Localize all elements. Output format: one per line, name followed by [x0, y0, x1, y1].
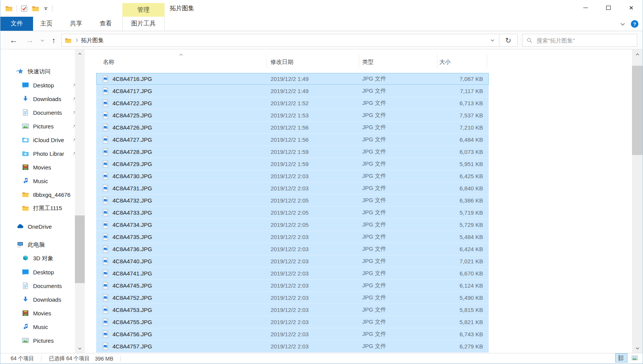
column-divider[interactable]: [266, 54, 266, 68]
file-list-scrollbar[interactable]: [632, 49, 643, 353]
file-row[interactable]: 4C8A4725.JPG2019/12/2 1:53JPG 文件7,537 KB: [96, 109, 489, 122]
main-area: 快速访问DesktopDownloadsDocumentsPicturesiCl…: [0, 49, 643, 353]
file-date-modified: 2019/12/2 2:03: [266, 258, 359, 264]
back-button[interactable]: ←: [7, 31, 20, 49]
sidebar-item-label: Downloads: [33, 96, 61, 102]
file-row[interactable]: 4C8A4756.JPG2019/12/2 2:03JPG 文件6,743 KB: [96, 328, 489, 340]
sidebar-item-desktop[interactable]: Desktop: [0, 78, 75, 92]
sidebar-item-icloud-drive[interactable]: iCloud Drive: [0, 133, 75, 147]
column-header-date-modified[interactable]: 修改日期: [271, 59, 293, 66]
file-row[interactable]: 4C8A4740.JPG2019/12/2 2:03JPG 文件7,021 KB: [96, 255, 489, 267]
recent-locations-chevron-icon[interactable]: [38, 31, 47, 49]
contextual-tab-group-label[interactable]: 管理: [122, 3, 165, 17]
sidebar-item-pictures-2[interactable]: Pictures: [0, 334, 75, 347]
sidebar-scroll-up-icon[interactable]: [75, 49, 85, 59]
column-header-type[interactable]: 类型: [362, 59, 374, 66]
column-divider[interactable]: [359, 54, 359, 68]
file-row[interactable]: 4C8A4728.JPG2019/12/2 1:59JPG 文件6,073 KB: [96, 146, 489, 158]
file-row[interactable]: 4C8A4757.JPG2019/12/2 2:03JPG 文件6,279 KB: [96, 340, 489, 353]
scroll-up-icon[interactable]: [632, 49, 643, 59]
sidebar-item-downloads-2[interactable]: Downloads: [0, 293, 75, 306]
jpg-file-icon: [102, 221, 109, 229]
file-name: 4C8A4731.JPG: [96, 184, 266, 192]
file-row[interactable]: 4C8A4733.JPG2019/12/2 2:05JPG 文件5,719 KB: [96, 207, 489, 219]
sidebar-item-onedrive[interactable]: OneDrive: [0, 220, 75, 233]
sidebar-item-movies-2[interactable]: Movies: [0, 306, 75, 320]
file-type: JPG 文件: [359, 87, 437, 95]
sidebar-item-pictures[interactable]: Pictures: [0, 119, 75, 133]
file-row[interactable]: 4C8A4732.JPG2019/12/2 2:05JPG 文件6,386 KB: [96, 195, 489, 207]
file-row[interactable]: 4C8A4727.JPG2019/12/2 1:56JPG 文件6,484 KB: [96, 134, 489, 146]
file-row[interactable]: 4C8A4735.JPG2019/12/2 2:03JPG 文件5,484 KB: [96, 231, 489, 243]
photo-folder-icon: [22, 150, 29, 157]
help-button[interactable]: ?: [631, 20, 638, 28]
column-divider[interactable]: [437, 54, 437, 68]
breadcrumb-chevron-icon[interactable]: [74, 38, 79, 43]
maximize-button[interactable]: [597, 0, 620, 15]
folder-icon: [22, 204, 29, 212]
minimize-button[interactable]: [574, 0, 597, 15]
file-type: JPG 文件: [359, 136, 437, 143]
file-name: 4C8A4736.JPG: [96, 245, 266, 253]
sidebar-item-music-2[interactable]: Music: [0, 320, 75, 334]
sidebar-item-music[interactable]: Music: [0, 174, 75, 188]
sidebar-item-tlbbxgq-44676[interactable]: tlbbxgq_44676: [0, 188, 75, 201]
sidebar-item-downloads[interactable]: Downloads: [0, 92, 75, 106]
file-row[interactable]: 4C8A4752.JPG2019/12/2 2:03JPG 文件5,490 KB: [96, 292, 489, 304]
sidebar-item-documents-2[interactable]: Documents: [0, 279, 75, 293]
items-count: 64 个项目: [11, 355, 34, 362]
address-bar[interactable]: 拓片图集: [62, 34, 499, 47]
sidebar-item-movies[interactable]: Movies: [0, 160, 75, 174]
tab-file[interactable]: 文件: [0, 17, 33, 31]
sidebar-item-documents[interactable]: Documents: [0, 106, 75, 119]
scrollbar-thumb[interactable]: [632, 66, 643, 155]
properties-check-icon[interactable]: [20, 5, 28, 13]
tab-view[interactable]: 查看: [91, 17, 120, 31]
file-row[interactable]: 4C8A4736.JPG2019/12/2 2:03JPG 文件6,424 KB: [96, 243, 489, 255]
new-folder-icon[interactable]: [32, 5, 40, 13]
close-button[interactable]: ✕: [620, 0, 643, 15]
file-row[interactable]: 4C8A4745.JPG2019/12/2 2:03JPG 文件6,124 KB: [96, 280, 489, 292]
file-size: 6,713 KB: [437, 100, 487, 106]
sidebar-item-photo-library[interactable]: Photo Librar: [0, 147, 75, 160]
file-row[interactable]: 4C8A4753.JPG2019/12/2 2:03JPG 文件5,815 KB: [96, 304, 489, 316]
tab-home[interactable]: 主页: [32, 17, 61, 31]
details-view-button[interactable]: [615, 353, 627, 362]
file-row[interactable]: 4C8A4729.JPG2019/12/2 1:59JPG 文件5,951 KB: [96, 158, 489, 170]
file-row[interactable]: 4C8A4722.JPG2019/12/2 1:52JPG 文件6,713 KB: [96, 97, 489, 109]
file-row[interactable]: 4C8A4730.JPG2019/12/2 2:03JPG 文件6,425 KB: [96, 170, 489, 182]
title-bar: 管理 拓片图集 ✕: [0, 0, 643, 17]
tab-picture-tools[interactable]: 图片工具: [122, 17, 165, 31]
refresh-button[interactable]: ↻: [499, 34, 518, 47]
sidebar-item-quick-access[interactable]: 快速访问: [0, 65, 75, 78]
forward-button[interactable]: →: [23, 31, 36, 49]
sidebar-scrollbar-thumb[interactable]: [75, 215, 85, 283]
file-row[interactable]: 4C8A4741.JPG2019/12/2 2:03JPG 文件6,670 KB: [96, 267, 489, 280]
file-row[interactable]: 4C8A4755.JPG2019/12/2 2:03JPG 文件5,821 KB: [96, 316, 489, 328]
sidebar-item-this-pc[interactable]: 此电脑: [0, 238, 75, 252]
sidebar-item-daheigong-1115[interactable]: 打黑工1115: [0, 201, 75, 215]
column-divider[interactable]: [487, 54, 487, 68]
up-button[interactable]: ↑: [48, 31, 60, 49]
tab-share[interactable]: 共享: [61, 17, 91, 31]
sidebar-scroll-down-icon[interactable]: [75, 344, 85, 353]
thumbnail-view-button[interactable]: [629, 353, 641, 362]
search-input[interactable]: [537, 37, 633, 44]
file-row[interactable]: 4C8A4734.JPG2019/12/2 2:05JPG 文件5,729 KB: [96, 219, 489, 231]
file-row[interactable]: 4C8A4717.JPG2019/12/2 1:49JPG 文件7,117 KB: [96, 85, 489, 97]
file-date-modified: 2019/12/2 2:05: [266, 222, 359, 228]
file-row[interactable]: 4C8A4716.JPG2019/12/2 1:49JPG 文件7,067 KB: [96, 73, 489, 85]
ribbon-collapse-chevron-icon[interactable]: [619, 21, 626, 27]
sidebar-scrollbar[interactable]: [75, 49, 85, 353]
address-dropdown-button[interactable]: [486, 34, 499, 46]
file-row[interactable]: 4C8A4726.JPG2019/12/2 1:56JPG 文件7,210 KB: [96, 122, 489, 134]
breadcrumb[interactable]: 拓片图集: [81, 37, 104, 44]
file-row[interactable]: 4C8A4731.JPG2019/12/2 2:03JPG 文件6,840 KB: [96, 182, 489, 195]
scroll-down-icon[interactable]: [632, 343, 643, 353]
customize-qat-chevron-icon[interactable]: [43, 6, 49, 11]
column-header-name[interactable]: 名称: [103, 59, 114, 66]
column-header-size[interactable]: 大小: [439, 59, 451, 66]
sidebar-item-desktop-2[interactable]: Desktop: [0, 265, 75, 279]
sidebar-item-3d-objects[interactable]: 3D 对象: [0, 252, 75, 265]
file-date-modified: 2019/12/2 2:03: [266, 319, 359, 325]
